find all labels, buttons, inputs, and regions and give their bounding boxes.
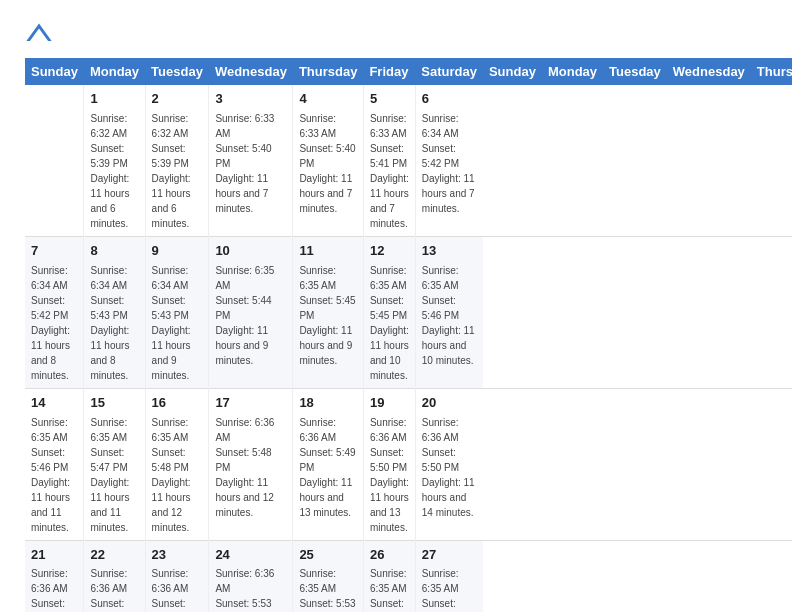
day-number: 26: [370, 546, 409, 565]
col-header-tuesday: Tuesday: [603, 58, 667, 85]
day-number: 27: [422, 546, 477, 565]
day-number: 10: [215, 242, 286, 261]
page-header: [25, 20, 767, 48]
day-number: 25: [299, 546, 357, 565]
calendar-cell: 17Sunrise: 6:36 AMSunset: 5:48 PMDayligh…: [209, 388, 293, 540]
calendar-cell: 4Sunrise: 6:33 AMSunset: 5:40 PMDaylight…: [293, 85, 364, 236]
cell-info: Sunrise: 6:36 AMSunset: 5:50 PMDaylight:…: [370, 415, 409, 535]
cell-info: Sunrise: 6:36 AMSunset: 5:53 PMDaylight:…: [215, 566, 286, 612]
week-row-2: 7Sunrise: 6:34 AMSunset: 5:42 PMDaylight…: [25, 236, 792, 388]
day-number: 7: [31, 242, 77, 261]
calendar-cell: 12Sunrise: 6:35 AMSunset: 5:45 PMDayligh…: [363, 236, 415, 388]
calendar-cell: 26Sunrise: 6:35 AMSunset: 5:54 PMDayligh…: [363, 540, 415, 612]
calendar-cell: 23Sunrise: 6:36 AMSunset: 5:52 PMDayligh…: [145, 540, 209, 612]
calendar-header-row: SundayMondayTuesdayWednesdayThursdayFrid…: [25, 58, 792, 85]
calendar-cell: 15Sunrise: 6:35 AMSunset: 5:47 PMDayligh…: [84, 388, 145, 540]
cell-info: Sunrise: 6:36 AMSunset: 5:49 PMDaylight:…: [299, 415, 357, 520]
day-number: 1: [90, 90, 138, 109]
col-header-thursday: Thursday: [293, 58, 364, 85]
cell-info: Sunrise: 6:34 AMSunset: 5:42 PMDaylight:…: [422, 111, 477, 216]
calendar-cell: 21Sunrise: 6:36 AMSunset: 5:51 PMDayligh…: [25, 540, 84, 612]
cell-info: Sunrise: 6:35 AMSunset: 5:48 PMDaylight:…: [152, 415, 203, 535]
cell-info: Sunrise: 6:36 AMSunset: 5:48 PMDaylight:…: [215, 415, 286, 520]
cell-info: Sunrise: 6:35 AMSunset: 5:45 PMDaylight:…: [299, 263, 357, 368]
calendar-cell: 14Sunrise: 6:35 AMSunset: 5:46 PMDayligh…: [25, 388, 84, 540]
day-number: 17: [215, 394, 286, 413]
calendar-cell: 9Sunrise: 6:34 AMSunset: 5:43 PMDaylight…: [145, 236, 209, 388]
calendar-cell: 10Sunrise: 6:35 AMSunset: 5:44 PMDayligh…: [209, 236, 293, 388]
cell-info: Sunrise: 6:36 AMSunset: 5:51 PMDaylight:…: [90, 566, 138, 612]
day-number: 9: [152, 242, 203, 261]
cell-info: Sunrise: 6:36 AMSunset: 5:52 PMDaylight:…: [152, 566, 203, 612]
calendar-cell: 27Sunrise: 6:35 AMSunset: 5:54 PMDayligh…: [415, 540, 483, 612]
calendar-cell: 16Sunrise: 6:35 AMSunset: 5:48 PMDayligh…: [145, 388, 209, 540]
day-number: 11: [299, 242, 357, 261]
day-number: 2: [152, 90, 203, 109]
day-number: 18: [299, 394, 357, 413]
calendar-cell: 7Sunrise: 6:34 AMSunset: 5:42 PMDaylight…: [25, 236, 84, 388]
col-header-monday: Monday: [542, 58, 603, 85]
week-row-1: 1Sunrise: 6:32 AMSunset: 5:39 PMDaylight…: [25, 85, 792, 236]
cell-info: Sunrise: 6:35 AMSunset: 5:53 PMDaylight:…: [299, 566, 357, 612]
day-number: 21: [31, 546, 77, 565]
col-header-wednesday: Wednesday: [667, 58, 751, 85]
col-header-monday: Monday: [84, 58, 145, 85]
cell-info: Sunrise: 6:35 AMSunset: 5:54 PMDaylight:…: [422, 566, 477, 612]
cell-info: Sunrise: 6:35 AMSunset: 5:46 PMDaylight:…: [31, 415, 77, 535]
day-number: 14: [31, 394, 77, 413]
calendar-cell: 13Sunrise: 6:35 AMSunset: 5:46 PMDayligh…: [415, 236, 483, 388]
calendar-cell: 6Sunrise: 6:34 AMSunset: 5:42 PMDaylight…: [415, 85, 483, 236]
day-number: 23: [152, 546, 203, 565]
col-header-saturday: Saturday: [415, 58, 483, 85]
cell-info: Sunrise: 6:36 AMSunset: 5:50 PMDaylight:…: [422, 415, 477, 520]
day-number: 6: [422, 90, 477, 109]
day-number: 12: [370, 242, 409, 261]
calendar-cell: [25, 85, 84, 236]
calendar-cell: 20Sunrise: 6:36 AMSunset: 5:50 PMDayligh…: [415, 388, 483, 540]
day-number: 24: [215, 546, 286, 565]
logo: [25, 20, 57, 48]
calendar-cell: 19Sunrise: 6:36 AMSunset: 5:50 PMDayligh…: [363, 388, 415, 540]
week-row-4: 21Sunrise: 6:36 AMSunset: 5:51 PMDayligh…: [25, 540, 792, 612]
day-number: 19: [370, 394, 409, 413]
day-number: 22: [90, 546, 138, 565]
cell-info: Sunrise: 6:33 AMSunset: 5:40 PMDaylight:…: [215, 111, 286, 216]
col-header-friday: Friday: [363, 58, 415, 85]
day-number: 20: [422, 394, 477, 413]
cell-info: Sunrise: 6:32 AMSunset: 5:39 PMDaylight:…: [90, 111, 138, 231]
calendar-table: SundayMondayTuesdayWednesdayThursdayFrid…: [25, 58, 792, 612]
day-number: 16: [152, 394, 203, 413]
cell-info: Sunrise: 6:35 AMSunset: 5:44 PMDaylight:…: [215, 263, 286, 368]
day-number: 13: [422, 242, 477, 261]
calendar-cell: 24Sunrise: 6:36 AMSunset: 5:53 PMDayligh…: [209, 540, 293, 612]
calendar-cell: 25Sunrise: 6:35 AMSunset: 5:53 PMDayligh…: [293, 540, 364, 612]
day-number: 15: [90, 394, 138, 413]
calendar-cell: 5Sunrise: 6:33 AMSunset: 5:41 PMDaylight…: [363, 85, 415, 236]
cell-info: Sunrise: 6:33 AMSunset: 5:40 PMDaylight:…: [299, 111, 357, 216]
col-header-thursday: Thursday: [751, 58, 792, 85]
cell-info: Sunrise: 6:34 AMSunset: 5:43 PMDaylight:…: [90, 263, 138, 383]
calendar-cell: 2Sunrise: 6:32 AMSunset: 5:39 PMDaylight…: [145, 85, 209, 236]
logo-icon: [25, 20, 53, 48]
cell-info: Sunrise: 6:35 AMSunset: 5:45 PMDaylight:…: [370, 263, 409, 383]
cell-info: Sunrise: 6:32 AMSunset: 5:39 PMDaylight:…: [152, 111, 203, 231]
calendar-cell: 11Sunrise: 6:35 AMSunset: 5:45 PMDayligh…: [293, 236, 364, 388]
cell-info: Sunrise: 6:34 AMSunset: 5:43 PMDaylight:…: [152, 263, 203, 383]
calendar-cell: 1Sunrise: 6:32 AMSunset: 5:39 PMDaylight…: [84, 85, 145, 236]
day-number: 5: [370, 90, 409, 109]
cell-info: Sunrise: 6:34 AMSunset: 5:42 PMDaylight:…: [31, 263, 77, 383]
day-number: 8: [90, 242, 138, 261]
col-header-sunday: Sunday: [25, 58, 84, 85]
col-header-tuesday: Tuesday: [145, 58, 209, 85]
day-number: 3: [215, 90, 286, 109]
calendar-cell: 3Sunrise: 6:33 AMSunset: 5:40 PMDaylight…: [209, 85, 293, 236]
cell-info: Sunrise: 6:35 AMSunset: 5:54 PMDaylight:…: [370, 566, 409, 612]
calendar-cell: 22Sunrise: 6:36 AMSunset: 5:51 PMDayligh…: [84, 540, 145, 612]
cell-info: Sunrise: 6:35 AMSunset: 5:47 PMDaylight:…: [90, 415, 138, 535]
cell-info: Sunrise: 6:36 AMSunset: 5:51 PMDaylight:…: [31, 566, 77, 612]
day-number: 4: [299, 90, 357, 109]
cell-info: Sunrise: 6:33 AMSunset: 5:41 PMDaylight:…: [370, 111, 409, 231]
calendar-cell: 18Sunrise: 6:36 AMSunset: 5:49 PMDayligh…: [293, 388, 364, 540]
calendar-cell: 8Sunrise: 6:34 AMSunset: 5:43 PMDaylight…: [84, 236, 145, 388]
cell-info: Sunrise: 6:35 AMSunset: 5:46 PMDaylight:…: [422, 263, 477, 368]
